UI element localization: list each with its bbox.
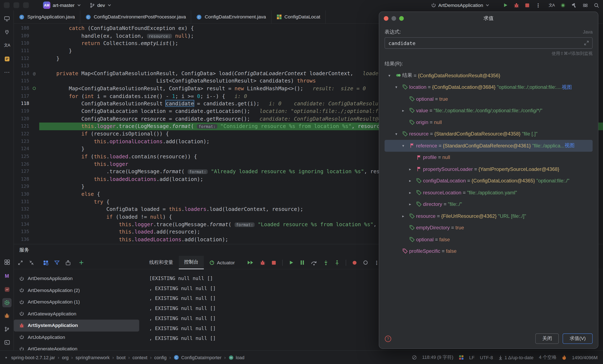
breadcrumb-item[interactable]: mload — [228, 355, 244, 360]
problems-icon[interactable] — [2, 311, 12, 320]
search-icon[interactable] — [594, 2, 599, 8]
breadcrumb-item[interactable]: org — [62, 355, 69, 360]
dashboard-icon[interactable] — [2, 257, 12, 267]
view-breakpoints-icon[interactable] — [363, 260, 368, 265]
more-actions-icon[interactable]: ⋮ — [535, 2, 541, 8]
breadcrumb-item[interactable]: config — [154, 355, 167, 360]
breadcrumb-item[interactable]: context — [132, 355, 147, 360]
variable-row[interactable]: ▾resource = {StandardConfigDataResource@… — [384, 128, 592, 140]
variable-row[interactable]: optional = true — [384, 93, 592, 105]
variable-row[interactable]: optional = false — [384, 233, 592, 245]
indent-config[interactable]: 4 个空格 — [539, 354, 557, 361]
evaluate-button[interactable]: 求值(V) — [563, 333, 592, 344]
evaluated-token[interactable]: candidate — [166, 100, 194, 106]
variable-row[interactable]: ▸directory = "file:./" — [384, 198, 592, 210]
editor-tab[interactable]: CSpringApplication.java — [14, 11, 80, 23]
view-link[interactable]: 视图 — [562, 84, 572, 90]
build-icon[interactable] — [571, 2, 577, 8]
translate-tool-icon[interactable]: 文A — [2, 41, 12, 50]
breadcrumb-item[interactable]: springframework — [75, 355, 110, 360]
debug-tab[interactable]: 控制台 — [179, 256, 204, 269]
service-item[interactable]: ArtGatewayApplication — [14, 308, 139, 320]
tree-toggle-icon[interactable]: ▸ — [402, 109, 408, 113]
profiler-icon[interactable] — [2, 285, 12, 294]
variable-row[interactable]: ▾location = {ConfigDataLocation@3684} "o… — [384, 81, 592, 93]
service-item[interactable]: ArtDemosApplication (1) — [14, 296, 139, 308]
variable-row[interactable]: ▸resourceLocation = "file:./application.… — [384, 187, 592, 198]
variable-row[interactable]: profile = null — [384, 152, 592, 163]
service-item[interactable]: ArtJobApplication — [14, 331, 139, 343]
variable-row[interactable]: ▸configDataLocation = {ConfigDataLocatio… — [384, 175, 592, 187]
status-circle-icon[interactable] — [412, 355, 417, 360]
variable-row[interactable]: emptyDirectory = true — [384, 222, 592, 233]
plugin-icon[interactable] — [583, 2, 588, 8]
export-icon[interactable] — [65, 260, 71, 265]
tree-toggle-icon[interactable]: ▾ — [389, 73, 394, 77]
zoom-window-button[interactable] — [399, 16, 404, 21]
help-icon[interactable]: ? — [384, 335, 392, 342]
breakpoints-icon[interactable] — [352, 260, 357, 265]
expand-editor-icon[interactable] — [584, 41, 589, 45]
maven-icon[interactable]: M — [2, 271, 12, 280]
rerun-icon[interactable] — [247, 260, 254, 265]
flame-icon[interactable] — [562, 355, 567, 360]
expand-all-icon[interactable] — [18, 260, 23, 265]
pause-icon[interactable] — [300, 260, 304, 265]
service-item[interactable]: ArtSystemApplication — [14, 320, 139, 331]
window-button-2[interactable] — [13, 2, 19, 8]
service-item[interactable]: ArtGenerateApplication — [14, 343, 139, 350]
editor-tab[interactable]: CConfigDataEnvironmentPostProcessor.java — [80, 11, 191, 23]
more-tools-icon[interactable]: ⋯ — [2, 68, 12, 77]
project-widget[interactable]: AM art-master — [41, 1, 83, 10]
remote-dev-icon[interactable] — [2, 14, 12, 23]
run-button[interactable] — [503, 3, 508, 8]
variable-row[interactable]: ▸value = "file:./;optional:file:./config… — [384, 105, 592, 116]
view-link[interactable]: 视图 — [565, 142, 575, 149]
services-icon[interactable] — [2, 298, 12, 307]
service-item[interactable]: ArtDemosApplication (2) — [14, 284, 139, 296]
step-into-icon[interactable] — [323, 260, 328, 265]
tree-toggle-icon[interactable]: ▾ — [402, 144, 408, 148]
variable-row[interactable]: profileSpecific = false — [384, 245, 592, 257]
gutter-circle-icon[interactable] — [33, 87, 36, 90]
encoding[interactable]: UTF-8 — [480, 355, 493, 360]
variable-row[interactable]: origin = null — [384, 116, 592, 128]
filter-icon[interactable] — [54, 260, 60, 265]
tree-toggle-icon[interactable]: ▾ — [395, 85, 401, 89]
notes-icon[interactable] — [2, 54, 12, 64]
window-button-1[interactable] — [4, 2, 10, 8]
run-config-widget[interactable]: ArtDemosApplication — [429, 2, 492, 9]
close-button[interactable]: 关闭 — [535, 333, 559, 344]
variable-row[interactable]: ▾reference = {StandardConfigDataReferenc… — [384, 140, 592, 152]
tree-toggle-icon[interactable]: ▸ — [409, 167, 415, 171]
debug-button[interactable] — [514, 2, 519, 8]
rerun-debug-icon[interactable] — [260, 260, 265, 265]
record-icon[interactable] — [560, 2, 566, 8]
resume-icon[interactable] — [289, 260, 294, 265]
tree-toggle-icon[interactable]: ▸ — [409, 179, 415, 183]
tree-toggle-icon[interactable]: ▸ — [409, 202, 415, 206]
group-by-icon[interactable] — [43, 260, 48, 265]
translate-icon[interactable]: 文A — [548, 2, 554, 8]
add-service-icon[interactable] — [79, 260, 84, 265]
variable-row[interactable]: ▾结果 = {ConfigDataResolutionResult@4356} — [384, 69, 592, 81]
editor-tab[interactable]: ConfigDataLocat — [271, 11, 326, 23]
plug-icon[interactable] — [2, 27, 12, 36]
editor-tab[interactable]: CConfigDataEnvironment.java — [191, 11, 271, 23]
stop-button[interactable] — [525, 3, 530, 8]
tree-toggle-icon[interactable]: ▸ — [409, 190, 415, 195]
step-out-icon[interactable] — [335, 260, 339, 265]
debug-tab[interactable]: Actuator — [204, 256, 240, 269]
vcs-status[interactable]: 1 Δ/up-to-date — [498, 355, 533, 360]
service-item[interactable]: ArtDemosApplication — [14, 273, 139, 284]
close-window-button[interactable] — [384, 16, 389, 21]
debug-tab[interactable]: 线程和变量 — [144, 256, 179, 269]
breadcrumb-item[interactable]: boot — [116, 355, 126, 360]
variable-row[interactable]: ▸resource = {FileUrlResource@4362} "URL … — [384, 210, 592, 222]
caret-position[interactable]: 118:49 (9 字符) — [422, 354, 453, 361]
breadcrumb-item[interactable]: spring-boot-2.7.12.jar — [11, 355, 55, 360]
step-over-icon[interactable] — [311, 260, 317, 265]
highlight-grid-icon[interactable] — [459, 355, 464, 360]
expression-input[interactable]: candidate — [384, 37, 592, 49]
minimize-window-button[interactable] — [392, 16, 396, 21]
